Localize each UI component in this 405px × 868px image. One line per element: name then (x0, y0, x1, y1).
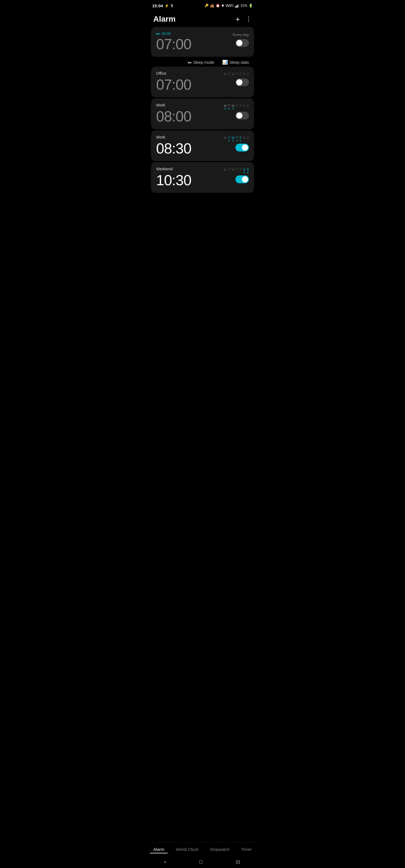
alarm-top-5: Weekend 10:30 M T W T F S S (156, 167, 249, 188)
toggle-knob-2 (236, 79, 242, 86)
day-T2-3: T (236, 104, 238, 110)
day-S-5: S (243, 168, 245, 173)
day-S-4: S (243, 136, 245, 142)
charging-icon: ⚡ (165, 4, 169, 8)
alarm-info-5: Weekend 10:30 (156, 167, 191, 188)
battery-percent: 31% (240, 4, 247, 8)
status-bar: 15:04 ⚡ 𝕊 🔑 👜 ⏰ ✱ WiFi 31% 🔋 (148, 0, 257, 10)
toggle-knob-3 (236, 113, 242, 119)
signal-bars (235, 4, 239, 8)
day-T: T (228, 72, 230, 76)
sleep-time: 00:00 (162, 31, 171, 36)
day-S2-5: S (247, 168, 249, 173)
day-T2: T (236, 72, 238, 76)
alarm-time-1: 07:00 (156, 36, 191, 52)
surfshark-icon: 𝕊 (171, 4, 173, 8)
toggle-knob-5 (242, 176, 248, 182)
more-options-button[interactable]: ⋮ (245, 16, 252, 22)
day-M-3: M (224, 104, 227, 110)
day-T-3: T (228, 104, 230, 110)
alarm-right-1: Every day (233, 31, 249, 47)
toggle-slider-5 (235, 176, 249, 183)
alarm-toggle-2[interactable] (235, 79, 249, 86)
status-time: 15:04 (152, 3, 163, 8)
alarm-label-5: Weekend (156, 167, 191, 171)
toggle-knob-1 (236, 40, 242, 46)
alarm-toggle-5[interactable] (235, 176, 249, 183)
alarm-card-5[interactable]: Weekend 10:30 M T W T F S S (151, 162, 254, 193)
alarm-top-4: Work 08:30 M T W T F S S (156, 135, 249, 157)
alarm-info-1: 🛏 00:00 07:00 (156, 31, 191, 52)
alarm-label-4: Work (156, 135, 191, 140)
alarm-card-4[interactable]: Work 08:30 M T W T F S S (151, 130, 254, 161)
page-title: Alarm (153, 14, 175, 24)
alarm-info-3: Work 08:00 (156, 103, 191, 125)
bag-icon: 👜 (210, 4, 214, 8)
alarm-days-2: M T W T F S S (224, 72, 249, 76)
alarm-label-2: Office (156, 71, 191, 75)
status-right: 🔑 👜 ⏰ ✱ WiFi 31% 🔋 (204, 3, 253, 8)
day-W-3: W (231, 104, 235, 110)
wifi-icon: WiFi (226, 3, 233, 8)
alarm-label-3: Work (156, 103, 191, 107)
alarm-top-2: Office 07:00 M T W T F S S (156, 71, 249, 93)
day-S2-4: S (247, 136, 249, 142)
day-M-5: M (224, 168, 227, 173)
alarm-info-2: Office 07:00 (156, 71, 191, 93)
app-header: Alarm + ⋮ (148, 10, 257, 27)
day-T-5: T (228, 168, 230, 173)
day-F: F (240, 72, 241, 76)
alarm-info-4: Work 08:30 (156, 135, 191, 157)
alarm-time-2: 07:00 (156, 77, 191, 93)
day-F-3: F (240, 104, 241, 110)
alarm-top-1: 🛏 00:00 07:00 Every day (156, 31, 249, 52)
alarm-right-4: M T W T F S S (224, 135, 249, 152)
alarm-time-4: 08:30 (156, 141, 191, 157)
sleep-row: 🛏 Sleep mode 📊 Sleep stats (151, 57, 254, 67)
day-S2-3: S (247, 104, 249, 110)
header-actions: + ⋮ (236, 16, 252, 23)
key-icon: 🔑 (204, 4, 209, 8)
alarm-days-3: M T W T F S S (224, 104, 249, 110)
alarm-time-3: 08:00 (156, 108, 191, 125)
alarm-time-5: 10:30 (156, 172, 191, 188)
toggle-slider-3 (235, 112, 249, 120)
status-left: 15:04 ⚡ 𝕊 (152, 3, 173, 8)
day-W-4: W (231, 136, 235, 142)
alarm-toggle-4[interactable] (235, 144, 249, 152)
alarm-list: 🛏 00:00 07:00 Every day 🛏 Sleep mode 📊 (148, 27, 257, 194)
alarm-right-5: M T W T F S S (224, 167, 249, 183)
alarm-card-3[interactable]: Work 08:00 M T W T F S S (151, 98, 254, 129)
sleep-mode-label: Sleep mode (193, 60, 214, 65)
day-F-5: F (240, 168, 241, 173)
battery-icon: 🔋 (249, 4, 253, 8)
alarm-sleep-label: 🛏 00:00 (156, 31, 191, 36)
alarm-card-1[interactable]: 🛏 00:00 07:00 Every day (151, 27, 254, 57)
alarm-icon: ⏰ (216, 4, 220, 8)
alarm-card-2[interactable]: Office 07:00 M T W T F S S (151, 67, 254, 97)
alarm-days-5: M T W T F S S (224, 168, 249, 173)
day-S-3: S (243, 104, 245, 110)
sleep-stats-button[interactable]: 📊 Sleep stats (222, 60, 249, 65)
day-S2: S (247, 72, 249, 76)
add-alarm-button[interactable]: + (236, 16, 240, 23)
alarm-toggle-3[interactable] (235, 112, 249, 120)
day-T-4: T (228, 136, 230, 142)
toggle-slider-1 (235, 39, 249, 47)
day-T2-4: T (236, 136, 238, 142)
sleep-mode-button[interactable]: 🛏 Sleep mode (187, 60, 214, 65)
sleep-stats-label: Sleep stats (230, 60, 249, 65)
day-T2-5: T (236, 168, 238, 173)
toggle-slider-4 (235, 144, 249, 152)
sleep-stats-icon: 📊 (222, 60, 228, 65)
bluetooth-icon: ✱ (221, 4, 224, 8)
alarm-toggle-1[interactable] (235, 39, 249, 47)
alarm-top-3: Work 08:00 M T W T F S S (156, 103, 249, 125)
day-F-4: F (240, 136, 241, 142)
day-S: S (243, 72, 245, 76)
day-W: W (231, 72, 235, 76)
sleep-mode-icon: 🛏 (187, 60, 192, 65)
alarm-days-4: M T W T F S S (224, 136, 249, 142)
day-M-4: M (224, 136, 227, 142)
bed-icon: 🛏 (156, 31, 160, 36)
